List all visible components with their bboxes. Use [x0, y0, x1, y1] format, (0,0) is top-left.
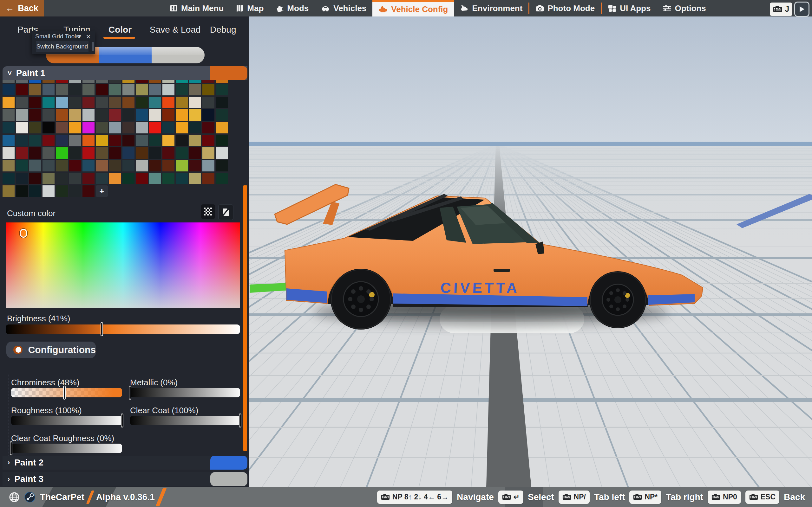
palette-swatch[interactable]: [96, 122, 108, 133]
clear-texture-button[interactable]: [218, 205, 234, 220]
palette-swatch[interactable]: [43, 122, 55, 133]
palette-swatch[interactable]: [202, 122, 214, 133]
palette-swatch[interactable]: [136, 160, 148, 171]
palette-swatch[interactable]: [189, 135, 201, 146]
palette-swatch[interactable]: [16, 135, 28, 146]
palette-swatch[interactable]: [3, 84, 14, 95]
palette-swatch[interactable]: [162, 80, 174, 83]
palette-swatch[interactable]: [189, 97, 201, 108]
palette-swatch[interactable]: [149, 80, 161, 83]
paint2-color-swatch[interactable]: [210, 456, 247, 469]
tab-color[interactable]: Color: [108, 25, 132, 35]
palette-swatch[interactable]: [43, 160, 55, 171]
palette-swatch[interactable]: [189, 109, 201, 121]
chrominess-slider[interactable]: [11, 388, 122, 397]
palette-swatch[interactable]: [56, 109, 68, 121]
palette-swatch[interactable]: [29, 160, 41, 171]
palette-swatch[interactable]: [216, 147, 228, 159]
metallic-slider[interactable]: [130, 388, 240, 397]
palette-swatch[interactable]: [176, 97, 188, 108]
paint1-color-swatch[interactable]: [210, 66, 247, 80]
palette-swatch[interactable]: [189, 84, 201, 95]
clear-coat-slider[interactable]: [130, 416, 240, 425]
palette-swatch[interactable]: [83, 97, 95, 108]
popup-close-icon[interactable]: ✕: [86, 33, 91, 41]
palette-swatch[interactable]: [162, 122, 174, 133]
palette-swatch[interactable]: [96, 109, 108, 121]
palette-swatch[interactable]: [29, 173, 41, 184]
palette-swatch[interactable]: [96, 160, 108, 171]
palette-swatch[interactable]: [149, 160, 161, 171]
palette-swatch[interactable]: [56, 122, 68, 133]
palette-swatch[interactable]: [83, 135, 95, 146]
palette-swatch[interactable]: [149, 97, 161, 108]
switch-background-button[interactable]: Switch Background: [36, 41, 89, 52]
palette-swatch[interactable]: [96, 173, 108, 184]
palette-swatch[interactable]: [3, 185, 14, 197]
palette-swatch[interactable]: [69, 147, 81, 159]
palette-swatch[interactable]: [122, 80, 135, 83]
roughness-slider[interactable]: [11, 416, 122, 425]
palette-swatch[interactable]: [109, 109, 121, 121]
palette-swatch[interactable]: [176, 173, 188, 184]
palette-swatch[interactable]: [16, 160, 28, 171]
palette-swatch[interactable]: [29, 97, 41, 108]
menu-item-options[interactable]: Options: [657, 0, 712, 16]
tab-debug[interactable]: Debug: [210, 25, 236, 35]
palette-swatch[interactable]: [16, 80, 28, 83]
panel-scrollbar-thumb[interactable]: [243, 185, 247, 451]
palette-swatch[interactable]: [96, 135, 108, 146]
palette-swatch[interactable]: [162, 84, 174, 95]
palette-swatch[interactable]: [96, 84, 108, 95]
palette-swatch[interactable]: [122, 122, 135, 133]
checker-pattern-button[interactable]: [201, 205, 215, 219]
palette-swatch[interactable]: [43, 84, 55, 95]
palette-swatch[interactable]: [3, 80, 14, 83]
clear-coat-roughness-slider[interactable]: [11, 444, 122, 453]
palette-swatch[interactable]: [176, 160, 188, 171]
palette-swatch[interactable]: [162, 173, 174, 184]
palette-swatch[interactable]: [56, 135, 68, 146]
palette-swatch[interactable]: [122, 109, 135, 121]
palette-swatch[interactable]: [216, 122, 228, 133]
palette-swatch[interactable]: [83, 160, 95, 171]
popup-scrollbar[interactable]: [92, 42, 94, 51]
palette-swatch[interactable]: [29, 135, 41, 146]
palette-swatch[interactable]: [216, 135, 228, 146]
tab-save-load[interactable]: Save & Load: [150, 25, 200, 35]
viewport-3d-scene[interactable]: CIVETTA: [249, 16, 812, 487]
palette-swatch[interactable]: [216, 173, 228, 184]
custom-color-picker[interactable]: [6, 222, 240, 308]
palette-swatch[interactable]: [189, 147, 201, 159]
palette-swatch[interactable]: [216, 84, 228, 95]
palette-swatch[interactable]: [109, 80, 121, 83]
palette-swatch[interactable]: [122, 173, 135, 184]
palette-swatch[interactable]: [136, 97, 148, 108]
brightness-slider[interactable]: [6, 325, 240, 334]
palette-swatch[interactable]: [202, 80, 214, 83]
palette-swatch[interactable]: [202, 147, 214, 159]
palette-swatch[interactable]: [69, 185, 81, 197]
palette-swatch[interactable]: [122, 160, 135, 171]
color-picker-cursor[interactable]: [20, 229, 27, 238]
palette-swatch[interactable]: [109, 135, 121, 146]
palette-swatch[interactable]: [189, 80, 201, 83]
popup-collapse-caret[interactable]: ▼: [77, 34, 82, 40]
palette-swatch[interactable]: [176, 135, 188, 146]
palette-swatch[interactable]: [216, 80, 228, 83]
palette-swatch[interactable]: [136, 80, 148, 83]
palette-swatch[interactable]: [96, 97, 108, 108]
palette-swatch[interactable]: [109, 173, 121, 184]
clear-coat-handle[interactable]: [239, 413, 241, 428]
palette-swatch[interactable]: [149, 173, 161, 184]
palette-swatch[interactable]: [136, 147, 148, 159]
palette-swatch[interactable]: [149, 84, 161, 95]
palette-swatch[interactable]: [122, 147, 135, 159]
chrominess-handle[interactable]: [63, 386, 66, 400]
palette-swatch[interactable]: [122, 84, 135, 95]
palette-swatch[interactable]: [149, 109, 161, 121]
palette-swatch[interactable]: [216, 109, 228, 121]
palette-swatch[interactable]: [83, 147, 95, 159]
add-color-button[interactable]: +: [96, 185, 108, 197]
palette-swatch[interactable]: [69, 135, 81, 146]
